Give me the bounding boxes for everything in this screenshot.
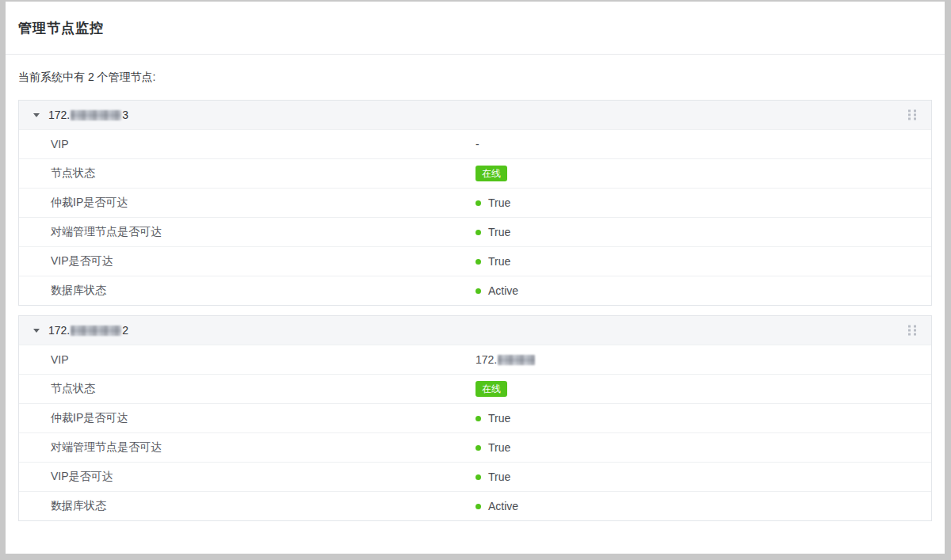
node-panel: 172.2 VIP 172. 节点状态 在线 仲裁IP是否可达 True 对端管…: [18, 315, 932, 521]
drag-handle-icon[interactable]: [908, 110, 916, 120]
green-status-dot-icon: [476, 200, 481, 206]
row-value-text: True: [488, 470, 510, 483]
drag-handle-icon[interactable]: [908, 326, 916, 336]
intro-text: 当前系统中有 2 个管理节点:: [18, 70, 932, 85]
vip-value-prefix: 172.: [476, 353, 497, 366]
row-value: Active: [476, 492, 518, 520]
info-row-database: 数据库状态 Active: [19, 276, 931, 305]
row-value-text: True: [488, 226, 510, 238]
node-ip: 172.2: [48, 324, 128, 337]
row-label: VIP: [51, 138, 69, 150]
row-value: 在线: [476, 159, 507, 188]
row-value: True: [476, 463, 510, 491]
row-label: VIP: [51, 353, 69, 366]
row-value: True: [476, 189, 510, 217]
green-status-dot-icon: [476, 504, 481, 509]
node-panel-header[interactable]: 172.3: [19, 101, 931, 129]
info-row-vip: VIP -: [19, 129, 931, 158]
green-status-dot-icon: [476, 445, 481, 451]
page-header: 管理节点监控: [6, 2, 945, 55]
info-row-vip: VIP 172.: [19, 345, 931, 374]
app-window: 管理节点监控 当前系统中有 2 个管理节点: 172.3 VIP - 节点状态 …: [6, 2, 945, 554]
info-row-vip-reachable: VIP是否可达 True: [19, 462, 931, 491]
collapse-caret-icon: [33, 329, 40, 333]
masked-text: [71, 110, 121, 120]
node-panel-header[interactable]: 172.2: [19, 316, 931, 345]
row-label: 仲裁IP是否可达: [51, 196, 128, 210]
row-value: Active: [476, 276, 518, 305]
info-row-arbitration-ip: 仲裁IP是否可达 True: [19, 403, 931, 432]
row-value-text: True: [488, 441, 510, 454]
green-status-dot-icon: [476, 259, 481, 265]
row-label: 数据库状态: [51, 499, 106, 513]
green-status-dot-icon: [476, 288, 481, 294]
info-row-database: 数据库状态 Active: [19, 491, 931, 520]
row-value-text: Active: [488, 284, 518, 297]
node-ip-prefix: 172.: [48, 324, 70, 337]
row-value: -: [476, 130, 479, 158]
node-ip: 172.3: [48, 109, 128, 121]
row-label: 对端管理节点是否可达: [51, 440, 162, 455]
row-value-text: Active: [488, 500, 518, 512]
page-title: 管理节点监控: [18, 19, 104, 37]
row-value-text: True: [488, 412, 510, 425]
info-row-arbitration-ip: 仲裁IP是否可达 True: [19, 188, 931, 217]
row-label: VIP是否可达: [51, 470, 113, 484]
green-status-dot-icon: [476, 474, 481, 480]
green-status-dot-icon: [476, 416, 481, 421]
row-label: 对端管理节点是否可达: [51, 225, 162, 239]
status-badge: 在线: [476, 381, 507, 397]
node-ip-suffix: 3: [122, 109, 128, 121]
row-value: 在线: [476, 375, 507, 403]
info-row-vip-reachable: VIP是否可达 True: [19, 246, 931, 276]
green-status-dot-icon: [476, 230, 481, 235]
row-value: True: [476, 247, 510, 276]
info-row-node-status: 节点状态 在线: [19, 158, 931, 188]
row-value: 172.: [476, 345, 536, 374]
node-ip-suffix: 2: [122, 324, 128, 337]
status-badge: 在线: [476, 166, 507, 181]
row-value: True: [476, 404, 510, 432]
row-value-text: True: [488, 255, 510, 268]
info-row-node-status: 节点状态 在线: [19, 374, 931, 403]
row-value: True: [476, 433, 510, 462]
node-panel: 172.3 VIP - 节点状态 在线 仲裁IP是否可达 True 对端管理节点…: [18, 100, 932, 306]
row-label: 节点状态: [51, 382, 95, 396]
masked-text: [498, 355, 535, 365]
masked-text: [71, 326, 121, 336]
row-label: 仲裁IP是否可达: [51, 411, 128, 425]
collapse-caret-icon: [33, 113, 40, 117]
info-row-peer-node: 对端管理节点是否可达 True: [19, 217, 931, 246]
main-content: 当前系统中有 2 个管理节点: 172.3 VIP - 节点状态 在线 仲裁IP…: [6, 55, 945, 543]
info-row-peer-node: 对端管理节点是否可达 True: [19, 432, 931, 462]
row-label: 数据库状态: [51, 284, 106, 298]
row-label: VIP是否可达: [51, 254, 113, 269]
row-label: 节点状态: [51, 166, 95, 181]
row-value: True: [476, 218, 510, 246]
row-value-text: True: [488, 196, 510, 209]
node-ip-prefix: 172.: [48, 109, 70, 121]
